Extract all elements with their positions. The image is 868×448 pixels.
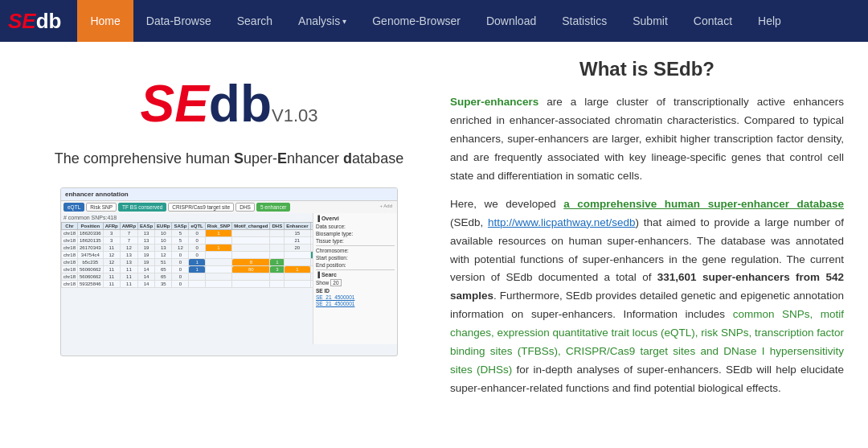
- main-content: SEdbV1.03 The comprehensive human Super-…: [0, 42, 868, 424]
- table-row: chr18b5c23512131951018110: [62, 259, 313, 266]
- nav-item-submit[interactable]: Submit: [620, 0, 681, 42]
- col-eas: EASp: [138, 223, 155, 230]
- ss-header: enhancer annotation: [61, 188, 397, 201]
- nav-item-home[interactable]: Home: [77, 0, 133, 42]
- table-row: chr181862033637131050115: [62, 230, 313, 237]
- nav-items: Home Data-Browse Search Analysis ▾ Genom…: [77, 0, 793, 42]
- ss-overvi-label: ▐ Overvi: [316, 216, 395, 221]
- ss-right-panel: ▐ Overvi Data source: Biosample type: Ti…: [313, 213, 397, 344]
- col-motif: Motif_changed: [232, 223, 270, 230]
- col-chr: Chr: [62, 223, 78, 230]
- ss-tissue: Tissue type:: [316, 238, 395, 244]
- table-row: chr1834754c4121319120019: [62, 252, 313, 259]
- ss-snp-label: # common SNPs:418: [61, 213, 313, 222]
- description-title: What is SEdb?: [450, 58, 844, 80]
- hero-logo-se: SE: [140, 74, 208, 134]
- ss-add-ann: + Add: [377, 203, 395, 212]
- fake-screenshot: enhancer annotation eQTL Risk SNP TF BS …: [61, 188, 397, 356]
- ss-tab-dhs[interactable]: DHS: [235, 203, 255, 212]
- nav-item-analysis[interactable]: Analysis ▾: [285, 0, 359, 42]
- ss-show-row: Show 20: [316, 279, 395, 286]
- hero-tagline: The comprehensive human Super-Enhancer d…: [55, 148, 403, 170]
- table-row: chr1856060662111114650: [62, 273, 313, 281]
- ss-data-source: Data source:: [316, 224, 395, 229]
- ss-divider1: [316, 245, 395, 246]
- table-row: chr18186201353713105021: [62, 237, 313, 245]
- ss-chromosome: Chromosome:: [316, 248, 395, 253]
- nav-item-search[interactable]: Search: [224, 0, 285, 42]
- nav-item-download[interactable]: Download: [473, 0, 549, 42]
- brand-logo[interactable]: SEdb: [8, 9, 61, 34]
- col-pos: Position: [78, 223, 104, 230]
- hero-logo: SEdbV1.03: [140, 74, 317, 134]
- tagline-s: S: [234, 150, 244, 166]
- para1-text: are a large cluster of transcriptionally…: [450, 96, 844, 182]
- tagline-e: E: [277, 150, 287, 166]
- hero-version: V1.03: [272, 105, 318, 126]
- ss-tab-enhancer[interactable]: 5 enhancer: [256, 203, 291, 212]
- nav-item-help[interactable]: Help: [745, 0, 794, 42]
- col-eur: EURp: [155, 223, 172, 230]
- ss-se-id: SE ID: [316, 288, 395, 294]
- ss-tab-tfbs[interactable]: TF BS conserved: [118, 203, 166, 212]
- ss-body: # common SNPs:418 Chr Position AFRp AMRp…: [61, 213, 397, 344]
- ss-table-area: # common SNPs:418 Chr Position AFRp AMRp…: [61, 213, 313, 344]
- col-enhancer: Enhancer: [285, 223, 310, 230]
- nav-item-contact[interactable]: Contact: [681, 0, 745, 42]
- ss-search-label: ▐ Searc: [316, 272, 395, 277]
- screenshot-box: enhancer annotation eQTL Risk SNP TF BS …: [60, 187, 398, 356]
- super-enhancers-term: Super-enhancers: [450, 96, 538, 108]
- table-row: chr18560606621111146501803167: [62, 266, 313, 273]
- brand-se: SE: [8, 9, 36, 33]
- ss-tab-risksnp[interactable]: Risk SNP: [86, 203, 117, 212]
- ss-show-text: Show: [316, 280, 329, 286]
- description-para1: Super-enhancers are a large cluster of t…: [450, 93, 844, 186]
- brand-db: db: [36, 9, 62, 33]
- left-panel: SEdbV1.03 The comprehensive human Super-…: [0, 42, 434, 424]
- table-row: chr1859325846111114350: [62, 281, 313, 288]
- col-amr: AMRp: [120, 223, 137, 230]
- ss-se-id-val1[interactable]: SE_21_4500001: [316, 294, 395, 300]
- col-eqtl: eQTL: [189, 223, 205, 230]
- navbar: SEdb Home Data-Browse Search Analysis ▾ …: [0, 0, 868, 42]
- nav-item-genome-browser[interactable]: Genome-Browser: [359, 0, 473, 42]
- ss-biosample: Biosample type:: [316, 231, 395, 236]
- tagline-d: d: [343, 150, 352, 166]
- para2-mid: (SEdb,: [450, 216, 488, 228]
- para2-start: Here, we developed: [450, 198, 563, 210]
- nav-item-statistics[interactable]: Statistics: [549, 0, 620, 42]
- hero-logo-db: db: [209, 74, 272, 134]
- ss-show-select[interactable]: 20: [330, 279, 341, 286]
- description-para2: Here, we developed a comprehensive human…: [450, 195, 844, 398]
- col-dhs: DHS: [270, 223, 285, 230]
- right-panel: What is SEdb? Super-enhancers are a larg…: [434, 42, 868, 424]
- ss-table: Chr Position AFRp AMRp EASp EURp SASp eQ…: [61, 222, 313, 288]
- ss-tab-eqtl[interactable]: eQTL: [63, 203, 84, 212]
- col-afr: AFRp: [103, 223, 120, 230]
- ss-se-id-val2[interactable]: SE_21_4500001: [316, 301, 395, 306]
- comprehensive-db-link[interactable]: a comprehensive human super-enhancer dat…: [563, 198, 844, 210]
- ss-tabs: eQTL Risk SNP TF BS conserved CRISPR/Cas…: [61, 201, 397, 213]
- col-sas: SASp: [172, 223, 189, 230]
- ss-divider2: [316, 269, 395, 270]
- table-row: chr182617034311121913120120: [62, 245, 313, 252]
- ss-end-pos: End position:: [316, 262, 395, 268]
- sedb-url-link[interactable]: http://www.licpathway.net/sedb: [488, 216, 636, 228]
- ss-tab-crispr[interactable]: CRISPR/Cas9 target site: [168, 203, 234, 212]
- analysis-arrow: ▾: [342, 17, 346, 26]
- ss-start-pos: Start position:: [316, 255, 395, 261]
- nav-item-data-browse[interactable]: Data-Browse: [133, 0, 224, 42]
- col-risk: Risk_SNP: [205, 223, 231, 230]
